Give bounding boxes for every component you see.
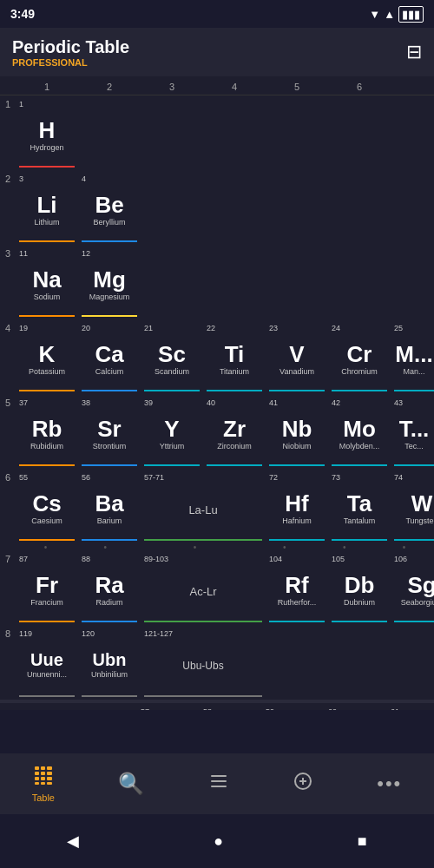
symbol-Ubn: Ubn <box>93 651 127 668</box>
element-AcLr[interactable]: 89-103 Ac-Lr <box>141 553 266 622</box>
filter-button[interactable]: ⊟ <box>406 41 422 63</box>
more-icon: ••• <box>377 773 402 795</box>
atomic-num-Cr: 24 <box>332 324 340 332</box>
recent-button[interactable]: ■ <box>358 832 367 851</box>
nav-item-search[interactable]: 🔍 <box>118 772 144 796</box>
name-Mo: Molybden... <box>339 442 380 450</box>
element-Pr[interactable]: 59 Pr Praseody... <box>262 706 325 710</box>
element-Db[interactable]: 105 Db Dubnium <box>328 553 391 622</box>
atomic-num-Ce: 58 <box>203 707 212 710</box>
element-Ubn[interactable]: 120 Ubn Unbinilium <box>78 628 141 697</box>
element-Mn[interactable]: 25 M... Man... <box>391 322 434 391</box>
element-Zr[interactable]: 40 Zr Zirconium <box>203 397 266 466</box>
element-Sc[interactable]: 21 Sc Scandium <box>141 322 203 391</box>
symbol-Ta: Ta <box>347 492 372 515</box>
atomic-num-Uue: 119 <box>19 629 32 638</box>
element-Uue[interactable]: 119 Uue Ununenni... <box>16 628 78 697</box>
nav-item-more[interactable]: ••• <box>377 773 402 795</box>
element-Rf[interactable]: 104 Rf Rutherfor... <box>266 553 328 622</box>
element-Hf[interactable]: 72 Hf Hafnium <box>266 471 328 541</box>
wifi-icon: ▼ <box>369 8 380 21</box>
atomic-num-Mg: 12 <box>82 249 90 258</box>
period-row-2: 2 3 Li Lithium 4 Be Beryllium <box>0 170 434 245</box>
element-Cr[interactable]: 24 Cr Chromium <box>328 322 391 391</box>
symbol-Nb: Nb <box>282 418 312 440</box>
element-Na[interactable]: 11 Na Sodium <box>16 247 78 317</box>
element-Tc[interactable]: 43 T... Tec... <box>391 397 434 466</box>
app-subtitle: PROFESSIONAL <box>12 57 129 68</box>
add-circle-icon <box>293 771 313 797</box>
element-Pm[interactable]: 61 P... Pro... <box>387 706 434 710</box>
atomic-num-Nd: 60 <box>328 707 337 710</box>
element-Sg[interactable]: 106 Sg Seaborgium <box>391 553 434 622</box>
element-Cs[interactable]: 55 Cs Caesium <box>16 471 78 541</box>
name-Fr: Francium <box>30 598 63 607</box>
element-UbuUbs[interactable]: 121-127 Ubu-Ubs <box>141 628 266 697</box>
col-header-4: 4 <box>203 76 266 95</box>
empty-8-6 <box>391 628 434 697</box>
empty-3-4 <box>203 247 266 317</box>
period-num-3: 3 <box>0 245 16 259</box>
element-Nb[interactable]: 41 Nb Niobium <box>266 397 328 466</box>
svg-rect-3 <box>35 772 39 775</box>
element-V[interactable]: 23 V Vanadium <box>266 322 328 391</box>
empty-2-5 <box>266 173 328 242</box>
element-Nd[interactable]: 60 Nd Neodymiu... <box>325 706 387 710</box>
nav-item-add[interactable] <box>293 771 313 797</box>
element-Ce[interactable]: 58 Ce Cerium <box>200 706 262 710</box>
symbol-Rf: Rf <box>285 574 308 596</box>
top-bar: Periodic Table PROFESSIONAL ⊟ <box>0 28 434 76</box>
dot-3: • <box>135 542 255 552</box>
symbol-Fr: Fr <box>36 574 58 596</box>
element-Li[interactable]: 3 Li Lithium <box>16 173 78 242</box>
symbol-Hf: Hf <box>285 492 308 515</box>
period-num-6: 6 <box>0 469 16 483</box>
period-row-7: 7 87 Fr Francium 88 Ra Radium 89-103 Ac-… <box>0 550 434 625</box>
nav-item-table[interactable]: Table <box>32 765 55 803</box>
name-Li: Lithium <box>34 218 59 227</box>
symbol-Li: Li <box>36 194 56 216</box>
name-Be: Beryllium <box>93 218 125 227</box>
symbol-LaLu: La-Lu <box>188 503 217 516</box>
element-Ta[interactable]: 73 Ta Tantalum <box>328 471 391 541</box>
element-Sr[interactable]: 38 Sr Strontium <box>78 397 141 466</box>
element-Ti[interactable]: 22 Ti Titanium <box>203 322 266 391</box>
atomic-num-Mn: 25 <box>394 324 403 332</box>
element-H[interactable]: 1 H Hydrogen <box>16 98 78 168</box>
element-Y[interactable]: 39 Y Yttrium <box>141 397 203 466</box>
period-row-5: 5 37 Rb Rubidium 38 Sr Strontium 39 Y Yt… <box>0 394 434 469</box>
symbol-Sr: Sr <box>97 418 121 440</box>
element-Rb[interactable]: 37 Rb Rubidium <box>16 397 78 466</box>
element-LaLu[interactable]: 57-71 La-Lu <box>141 471 266 541</box>
name-Rb: Rubidium <box>30 442 63 450</box>
element-W[interactable]: 74 W Tungsten <box>391 471 434 541</box>
element-La[interactable]: 57 La Lanthanum <box>137 706 200 710</box>
border-LaLu <box>144 539 262 541</box>
name-Mg: Magnesium <box>89 293 130 301</box>
atomic-range-LaLu: 57-71 <box>144 473 164 482</box>
element-Ra[interactable]: 88 Ra Radium <box>78 553 141 622</box>
name-Ti: Titanium <box>220 367 249 376</box>
home-button[interactable]: ● <box>214 832 223 851</box>
name-Cs: Caesium <box>31 516 62 525</box>
nav-item-list[interactable] <box>208 771 229 797</box>
element-Be[interactable]: 4 Be Beryllium <box>78 173 141 242</box>
element-Mg[interactable]: 12 Mg Magnesium <box>78 247 141 317</box>
symbol-AcLr: Ac-Lr <box>189 585 216 598</box>
element-Mo[interactable]: 42 Mo Molybden... <box>328 397 391 466</box>
empty-1-3 <box>141 98 203 168</box>
element-K[interactable]: 19 K Potassium <box>16 322 78 391</box>
atomic-num-Ra: 88 <box>82 555 90 563</box>
element-Ba[interactable]: 56 Ba Barium <box>78 471 141 541</box>
svg-rect-6 <box>35 777 39 780</box>
back-button[interactable]: ◀ <box>67 832 79 851</box>
symbol-Ti: Ti <box>225 343 245 365</box>
atomic-num-La: 57 <box>141 707 149 710</box>
element-Ca[interactable]: 20 Ca Calcium <box>78 322 141 391</box>
symbol-Be: Be <box>95 194 123 216</box>
empty-1-6 <box>328 98 391 168</box>
svg-rect-9 <box>35 782 39 785</box>
element-Fr[interactable]: 87 Fr Francium <box>16 553 78 622</box>
name-Cr: Chromium <box>341 367 378 376</box>
period-num-5: 5 <box>0 394 16 408</box>
